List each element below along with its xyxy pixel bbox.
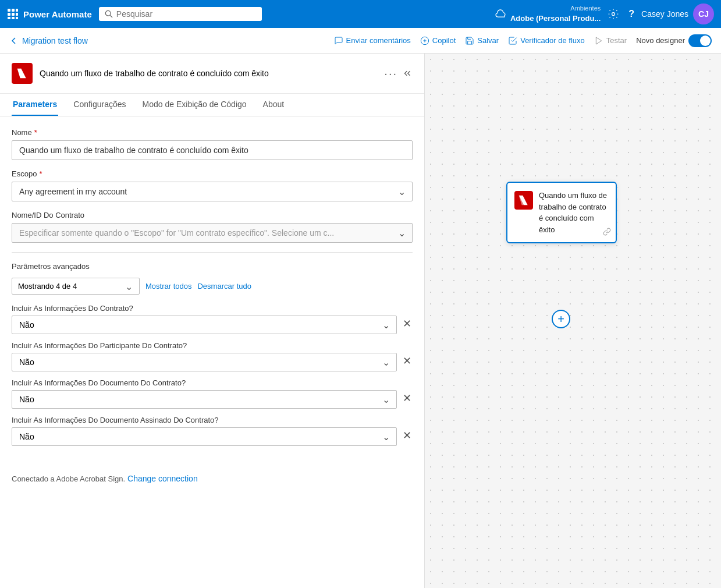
feedback-button[interactable]: Enviar comentários (334, 36, 411, 45)
remove-param-0-button[interactable]: ✕ (402, 316, 413, 331)
environment-section: Ambientes Adobe (Personal Produ... (495, 4, 601, 24)
back-arrow-icon (9, 36, 19, 45)
svg-point-9 (105, 10, 111, 16)
param-select-wrapper-2: Não (12, 390, 397, 409)
param-select-0[interactable]: Não (12, 316, 397, 334)
remove-param-3-button[interactable]: ✕ (402, 428, 413, 443)
divider (12, 252, 413, 253)
flow-title: Migration test flow (22, 36, 88, 45)
footer-text: Conectado a Adobe Acrobat Sign. (12, 474, 125, 483)
contract-id-label: Nome/ID Do Contrato (12, 211, 413, 219)
param-inner-0: Incluir As Informações Do Contrato? Não (12, 304, 397, 334)
contract-id-select-wrapper: Especificar somente quando o "Escopo" fo… (12, 223, 413, 243)
node-link-icon (603, 228, 611, 238)
canvas: Quando um fluxo de trabalho de contrato … (425, 54, 721, 588)
checker-button[interactable]: Verificador de fluxo (508, 36, 585, 45)
svg-rect-6 (8, 17, 10, 19)
param-select-2[interactable]: Não (12, 390, 397, 409)
advanced-select[interactable]: Mostrando 4 de 4 (12, 278, 140, 295)
tab-parameters[interactable]: Parameters (12, 94, 58, 116)
settings-icon[interactable] (608, 8, 619, 20)
flow-node[interactable]: Quando um fluxo de trabalho de contrato … (506, 182, 617, 243)
copilot-button[interactable]: Copilot (420, 36, 456, 45)
copilot-label: Copilot (432, 36, 456, 45)
subnav: Migration test flow Enviar comentários C… (0, 28, 721, 54)
main-content: Quando um fluxo de trabalho de contrato … (0, 54, 721, 588)
param-select-wrapper-1: Não (12, 353, 397, 371)
remove-param-2-button[interactable]: ✕ (402, 391, 413, 406)
copilot-icon (420, 36, 429, 45)
name-label: Nome * (12, 128, 413, 137)
env-label: Ambientes Adobe (Personal Produ... (510, 4, 601, 24)
topbar: Power Automate Ambientes Adobe (Personal… (0, 0, 721, 28)
subnav-actions: Enviar comentários Copilot Salvar Verifi… (334, 34, 712, 47)
param-select-wrapper-3: Não (12, 427, 397, 446)
advanced-params-header: Parâmetros avançados (12, 262, 413, 271)
remove-param-1-button[interactable]: ✕ (402, 353, 413, 369)
name-input[interactable] (12, 140, 413, 160)
checker-label: Verificador de fluxo (520, 36, 585, 45)
new-designer-label: Novo designer (636, 36, 685, 45)
tab-modo[interactable]: Modo de Exibição de Código (141, 94, 248, 116)
deselect-all-button[interactable]: Desmarcar tudo (197, 282, 251, 291)
app-name: Power Automate (23, 9, 92, 19)
tabs: Parameters Configurações Modo de Exibiçã… (0, 94, 424, 116)
scope-label: Escopo * (12, 169, 413, 178)
test-button[interactable]: Testar (594, 36, 627, 45)
scope-field-group: Escopo * Any agreement in my account (12, 169, 413, 201)
env-name: Adobe (Personal Produ... (510, 13, 601, 24)
feedback-label: Enviar comentários (346, 36, 411, 45)
svg-marker-13 (596, 37, 601, 44)
svg-rect-5 (16, 13, 18, 16)
param-inner-3: Incluir As Informações Do Documento Assi… (12, 416, 397, 446)
node-adobe-icon (514, 191, 533, 210)
param-select-1[interactable]: Não (12, 353, 397, 371)
svg-point-11 (612, 13, 615, 16)
left-panel: Quando um fluxo de trabalho de contrato … (0, 54, 425, 588)
param-row-1: Incluir As Informações Do Participante D… (12, 341, 413, 371)
adobe-icon (12, 63, 33, 84)
param-label-3: Incluir As Informações Do Documento Assi… (12, 416, 397, 424)
test-icon (594, 36, 603, 45)
env-label-top: Ambientes (570, 4, 601, 13)
param-label-0: Incluir As Informações Do Contrato? (12, 304, 397, 313)
param-row-2: Incluir As Informações Do Documento Do C… (12, 378, 413, 409)
contract-id-select[interactable]: Especificar somente quando o "Escopo" fo… (12, 223, 413, 243)
cloud-icon (495, 8, 507, 20)
back-button[interactable]: Migration test flow (9, 36, 88, 45)
search-icon (105, 10, 113, 18)
panel-header-actions: ··· (384, 67, 413, 80)
param-inner-2: Incluir As Informações Do Documento Do C… (12, 378, 397, 409)
checker-icon (508, 36, 517, 45)
avatar-initials: CJ (698, 9, 709, 19)
tab-configuracoes[interactable]: Configurações (72, 94, 127, 116)
test-label: Testar (606, 36, 627, 45)
search-input[interactable] (116, 9, 244, 19)
feedback-icon (334, 36, 343, 45)
search-bar[interactable] (99, 7, 262, 21)
toggle-switch[interactable] (688, 34, 712, 47)
param-row-3: Incluir As Informações Do Documento Assi… (12, 416, 413, 446)
save-button[interactable]: Salvar (465, 36, 499, 45)
add-step-button[interactable]: + (552, 310, 570, 328)
grid-icon (7, 8, 19, 20)
collapse-icon[interactable] (402, 68, 413, 79)
show-all-button[interactable]: Mostrar todos (145, 282, 191, 291)
svg-line-10 (110, 15, 112, 17)
more-options-icon[interactable]: ··· (384, 67, 397, 80)
avatar[interactable]: CJ (693, 3, 714, 24)
adobe-sign-icon (16, 68, 28, 79)
scope-select[interactable]: Any agreement in my account (12, 182, 413, 201)
param-select-wrapper-0: Não (12, 316, 397, 334)
help-icon[interactable]: ? (628, 9, 634, 19)
form: Nome * Escopo * Any agreement in my acco… (0, 116, 424, 465)
panel-footer: Conectado a Adobe Acrobat Sign. Change c… (0, 465, 424, 493)
new-designer-toggle[interactable]: Novo designer (636, 34, 712, 47)
param-select-3[interactable]: Não (12, 427, 397, 446)
svg-rect-4 (12, 13, 15, 16)
param-inner-1: Incluir As Informações Do Participante D… (12, 341, 397, 371)
app-logo: Power Automate (7, 8, 92, 20)
tab-about[interactable]: About (262, 94, 286, 116)
change-connection-link[interactable]: Change connection (127, 474, 198, 483)
svg-rect-1 (12, 9, 15, 12)
